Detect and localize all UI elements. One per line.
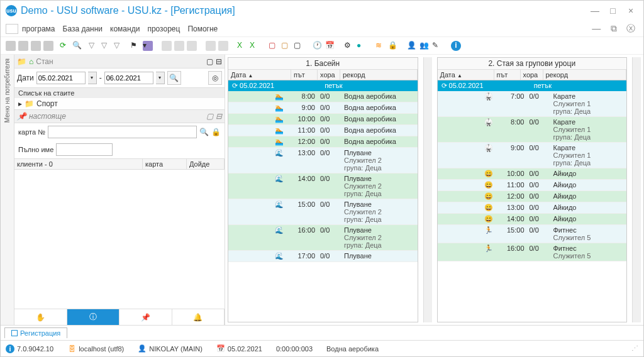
- tool-icon[interactable]: [43, 41, 53, 51]
- tool-icon[interactable]: ▢: [294, 41, 304, 51]
- schedule-row[interactable]: 🥋 8:00 0/0 КаратеСлужител 1група: Деца: [438, 117, 627, 143]
- menu-commands[interactable]: команди: [110, 25, 140, 33]
- card-input[interactable]: [48, 126, 197, 138]
- schedule-row[interactable]: 🏊 8:00 0/0 Водна аеробика: [228, 91, 418, 102]
- child-close-button[interactable]: ⓧ: [623, 23, 638, 35]
- panel-max-icon[interactable]: ▢: [206, 57, 213, 66]
- menu-database[interactable]: База данни: [63, 25, 103, 33]
- schedule-row[interactable]: 🌊 14:00 0/0 ПлуванеСлужител 2група: Деца: [228, 173, 418, 199]
- col-record[interactable]: рекорд: [543, 70, 627, 80]
- excel-icon[interactable]: X: [250, 41, 260, 51]
- window-icon[interactable]: [6, 24, 18, 34]
- tool-icon[interactable]: [18, 41, 28, 51]
- sched-body[interactable]: ⟳ 05.02.2021петък 🏊 8:00 0/0 Водна аероб…: [228, 80, 418, 322]
- user-icon[interactable]: 👤: [407, 41, 417, 51]
- col-clients[interactable]: клиенти - 0: [14, 159, 143, 169]
- wand-icon[interactable]: ✎: [432, 41, 442, 51]
- info-icon[interactable]: i: [451, 41, 461, 51]
- clock-icon[interactable]: 🕐: [313, 41, 323, 51]
- globe-icon[interactable]: ●: [357, 41, 367, 51]
- schedule-row[interactable]: 😄 12:00 0/0 Айкидо: [438, 191, 627, 202]
- resize-grip-icon[interactable]: ⋰: [631, 344, 638, 353]
- date-to-input[interactable]: [104, 72, 153, 84]
- tool-icon[interactable]: [218, 41, 228, 51]
- panel-pin-icon[interactable]: ⊟: [216, 57, 222, 66]
- tool-icon[interactable]: [31, 41, 41, 51]
- col-time[interactable]: път: [494, 70, 521, 80]
- filter-icon[interactable]: ▽: [101, 41, 111, 51]
- info-button[interactable]: ⓘ: [67, 309, 120, 325]
- schedule-row[interactable]: 🥋 7:00 0/0 КаратеСлужител 1група: Деца: [438, 91, 627, 117]
- col-time[interactable]: път: [291, 70, 318, 80]
- col-people[interactable]: хора: [318, 70, 340, 80]
- hand-button[interactable]: ✋: [14, 309, 67, 325]
- target-button[interactable]: ◎: [208, 71, 222, 85]
- panel-max-icon[interactable]: ▢: [206, 112, 213, 121]
- schedule-row[interactable]: 🌊 13:00 0/0 ПлуванеСлужител 2група: Деца: [228, 148, 418, 173]
- sched-body[interactable]: ⟳ 05.02.2021петък 🥋 7:00 0/0 КаратеСлужи…: [438, 80, 627, 322]
- schedule-row[interactable]: 🏃 15:00 0/0 ФитнесСлужител 5: [438, 225, 627, 243]
- scrollbar[interactable]: [632, 57, 641, 322]
- col-date[interactable]: Дата ▲: [228, 70, 291, 80]
- schedule-row[interactable]: 🏊 9:00 0/0 Водна аеробика: [228, 102, 418, 114]
- close-button[interactable]: ×: [623, 6, 638, 16]
- filter-icon[interactable]: ▽: [114, 41, 124, 51]
- tool-icon[interactable]: [162, 41, 172, 51]
- schedule-row[interactable]: 🌊 17:00 0/0 Плуване: [228, 251, 418, 262]
- excel-icon[interactable]: X: [237, 41, 247, 51]
- schedule-row[interactable]: 🌊 16:00 0/0 ПлуванеСлужител 2група: Деца: [228, 225, 418, 251]
- col-card[interactable]: карта: [143, 159, 187, 169]
- bell-button[interactable]: 🔔: [172, 309, 225, 325]
- col-record[interactable]: рекорд: [340, 70, 418, 80]
- maximize-button[interactable]: □: [606, 6, 621, 16]
- tool-icon[interactable]: [174, 41, 184, 51]
- schedule-row[interactable]: 😄 14:00 0/0 Айкидо: [438, 214, 627, 225]
- folder-icon[interactable]: 📁: [17, 57, 26, 66]
- door-icon[interactable]: ▢: [269, 41, 279, 51]
- menu-window[interactable]: прозорец: [147, 25, 180, 33]
- col-people[interactable]: хора: [521, 70, 543, 80]
- tool-icon[interactable]: [206, 41, 216, 51]
- room-item[interactable]: ▸ 📁 Спорт: [14, 98, 225, 109]
- image-icon[interactable]: ▾: [143, 41, 153, 51]
- child-minimize-button[interactable]: —: [589, 23, 604, 33]
- schedule-row[interactable]: 🏃 16:00 0/0 ФитнесСлужител 5: [438, 243, 627, 261]
- user-menu-tab[interactable]: Меню на потребителя: [1, 55, 14, 325]
- users-icon[interactable]: 👥: [419, 41, 430, 51]
- col-date[interactable]: Дата ▲: [438, 70, 494, 80]
- date-from-input[interactable]: [36, 72, 86, 84]
- filter-icon[interactable]: ▽: [89, 41, 99, 51]
- schedule-row[interactable]: 😄 10:00 0/0 Айкидо: [438, 168, 627, 180]
- schedule-row[interactable]: 🌊 15:00 0/0 ПлуванеСлужител 2група: Деца: [228, 199, 418, 225]
- child-restore-button[interactable]: ⧉: [606, 23, 621, 34]
- home-icon[interactable]: ⌂: [29, 57, 33, 66]
- gear-icon[interactable]: ⚙: [344, 41, 354, 51]
- calendar-icon[interactable]: 📅: [325, 41, 335, 51]
- schedule-row[interactable]: 🏊 12:00 0/0 Водна аеробика: [228, 136, 418, 148]
- date-to-dropdown[interactable]: ▾: [156, 72, 165, 84]
- name-input[interactable]: [56, 143, 113, 156]
- search-button[interactable]: 🔍: [167, 71, 181, 85]
- schedule-row[interactable]: 🏊 11:00 0/0 Водна аеробика: [228, 125, 418, 136]
- schedule-row[interactable]: 🏊 10:00 0/0 Водна аеробика: [228, 114, 418, 125]
- crumb-label[interactable]: Стан: [36, 57, 53, 66]
- schedule-row[interactable]: 😄 13:00 0/0 Айкидо: [438, 202, 627, 214]
- panel-pin-icon[interactable]: ⊟: [216, 112, 222, 121]
- search-button[interactable]: 🔍: [199, 128, 209, 136]
- pin-button[interactable]: 📌: [119, 309, 172, 325]
- tool-icon[interactable]: [6, 41, 16, 51]
- minimize-button[interactable]: —: [587, 6, 602, 16]
- lock-icon[interactable]: 🔒: [388, 41, 398, 51]
- tool-icon[interactable]: [187, 41, 197, 51]
- schedule-row[interactable]: 🥋 9:00 0/0 КаратеСлужител 1група: Деца: [438, 143, 627, 168]
- date-from-dropdown[interactable]: ▾: [88, 72, 97, 84]
- flag-icon[interactable]: ⚑: [130, 41, 140, 51]
- tab-registration[interactable]: Регистрация: [4, 327, 67, 338]
- menu-program[interactable]: програма: [22, 25, 55, 33]
- lock-button[interactable]: 🔒: [211, 128, 221, 136]
- col-came[interactable]: Дойде: [187, 159, 225, 169]
- schedule-row[interactable]: 😄 11:00 0/0 Айкидо: [438, 180, 627, 191]
- scrollbar[interactable]: [423, 57, 432, 322]
- search-icon[interactable]: 🔍: [72, 41, 82, 51]
- tool-icon[interactable]: ▢: [281, 41, 291, 51]
